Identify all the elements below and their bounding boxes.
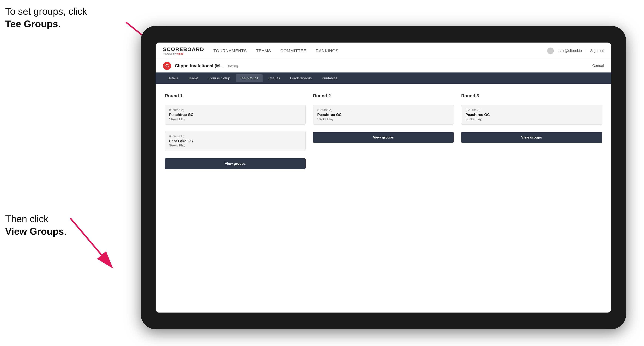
nav-committee[interactable]: COMMITTEE [280,48,306,53]
sign-out-link[interactable]: Sign out [590,49,604,53]
tournament-name: Clippd Invitational (M... Hosting [175,63,592,68]
round-1-column: Round 1 (Course A) Peachtree GC Stroke P… [165,93,306,169]
round-1-course-b-card: (Course B) East Lake GC Stroke Play [165,131,306,151]
instruction-bottom-line1: Then click [5,213,66,225]
instruction-top-line2: Tee Groups. [5,18,87,30]
round-1-course-b-label: (Course B) [169,135,301,138]
tab-course-setup[interactable]: Course Setup [204,74,234,82]
nav-links: TOURNAMENTS TEAMS COMMITTEE RANKINGS [213,48,547,53]
round-3-course-a-card: (Course A) Peachtree GC Stroke Play [461,105,602,125]
round-1-course-a-format: Stroke Play [169,117,301,121]
tab-results[interactable]: Results [264,74,284,82]
rounds-container: Round 1 (Course A) Peachtree GC Stroke P… [165,93,602,169]
tablet-device: SCOREBOARD Powered by clippd TOURNAMENTS… [141,26,626,329]
round-1-view-groups-button[interactable]: View groups [165,158,306,169]
tab-teams[interactable]: Teams [184,74,203,82]
instruction-bottom-line2: View Groups. [5,225,66,238]
tournament-header: C Clippd Invitational (M... Hosting Canc… [156,59,611,72]
round-1-title: Round 1 [165,93,306,98]
round-2-column: Round 2 (Course A) Peachtree GC Stroke P… [313,93,454,169]
nav-tournaments[interactable]: TOURNAMENTS [213,48,247,53]
round-2-course-a-name: Peachtree GC [317,113,450,117]
tablet-screen: SCOREBOARD Powered by clippd TOURNAMENTS… [156,42,611,313]
round-2-course-a-label: (Course A) [317,108,450,112]
logo-sub-text: Powered by clippd [163,52,204,55]
tab-printables[interactable]: Printables [317,74,342,82]
round-2-course-a-card: (Course A) Peachtree GC Stroke Play [313,105,454,125]
round-3-column: Round 3 (Course A) Peachtree GC Stroke P… [461,93,602,169]
nav-rankings[interactable]: RANKINGS [316,48,338,53]
round-1-course-a-name: Peachtree GC [169,113,301,117]
tab-tee-groups[interactable]: Tee Groups [236,74,263,82]
nav-teams[interactable]: TEAMS [256,48,271,53]
tab-details[interactable]: Details [163,74,182,82]
instruction-top: To set groups, click Tee Groups. [5,5,87,30]
nav-right: blair@clippd.io | Sign out [547,47,604,54]
tournament-logo: C [163,62,171,70]
cancel-button[interactable]: Cancel [592,64,604,68]
round-3-course-a-name: Peachtree GC [466,113,598,117]
tee-groups-highlight: Tee Groups [5,18,58,29]
instruction-bottom: Then click View Groups. [5,213,66,238]
content-area: Round 1 (Course A) Peachtree GC Stroke P… [156,84,611,313]
scoreboard-logo: SCOREBOARD Powered by clippd [163,46,204,55]
top-nav: SCOREBOARD Powered by clippd TOURNAMENTS… [156,42,611,59]
round-3-view-groups-button[interactable]: View groups [461,132,602,143]
round-1-course-b-name: East Lake GC [169,139,301,143]
sub-nav: Details Teams Course Setup Tee Groups Re… [156,72,611,84]
round-2-title: Round 2 [313,93,454,98]
avatar [547,47,554,54]
round-2-course-a-format: Stroke Play [317,117,450,121]
hosting-badge: Hosting [226,64,238,68]
round-3-course-a-format: Stroke Play [466,117,598,121]
round-3-title: Round 3 [461,93,602,98]
logo-main-text: SCOREBOARD [163,46,204,52]
round-2-view-groups-button[interactable]: View groups [313,132,454,143]
tab-leaderboards[interactable]: Leaderboards [286,74,316,82]
round-1-course-b-format: Stroke Play [169,144,301,147]
instruction-top-line1: To set groups, click [5,5,87,18]
view-groups-highlight: View Groups [5,226,64,237]
round-1-course-a-label: (Course A) [169,108,301,112]
svg-line-3 [70,218,111,266]
round-3-course-a-label: (Course A) [466,108,598,112]
round-1-course-a-card: (Course A) Peachtree GC Stroke Play [165,105,306,125]
user-email: blair@clippd.io [558,49,582,53]
